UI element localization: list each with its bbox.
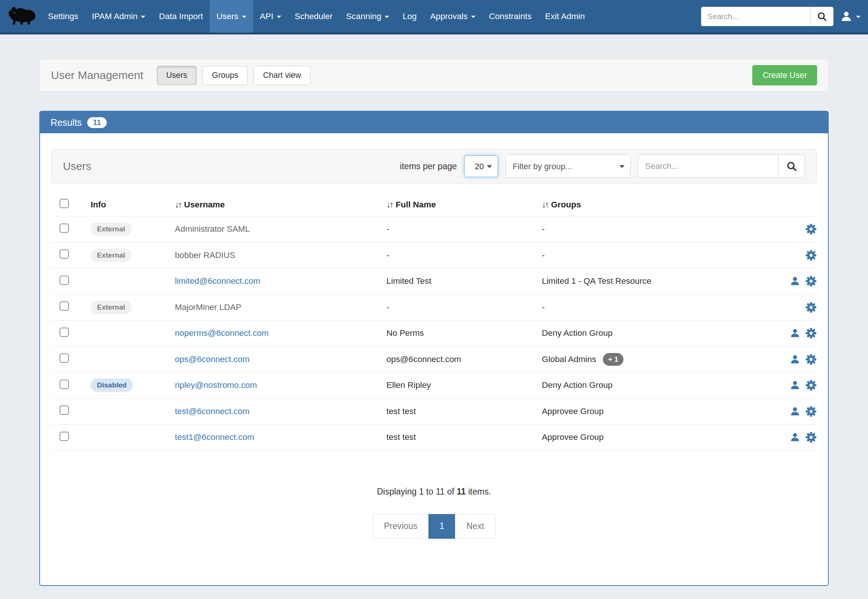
- row-checkbox[interactable]: [60, 249, 69, 259]
- chevron-down-icon: [277, 16, 281, 18]
- table-search-input[interactable]: [638, 155, 778, 178]
- table-row: External MajorMiner LDAP - -: [51, 295, 817, 321]
- nav-item-ipam-admin[interactable]: IPAM Admin: [85, 0, 152, 33]
- row-checkbox[interactable]: [60, 224, 69, 233]
- next-page-button[interactable]: Next: [455, 514, 495, 539]
- sort-icon: ↓↑: [386, 200, 393, 209]
- row-checkbox[interactable]: [60, 354, 69, 363]
- username-link[interactable]: ripley@nostromo.com: [175, 380, 257, 390]
- full-name-cell: No Perms: [386, 328, 542, 338]
- gear-icon: [805, 379, 817, 391]
- items-per-page-select[interactable]: 20: [464, 155, 498, 177]
- nav-item-scheduler[interactable]: Scheduler: [288, 0, 339, 33]
- user-profile-button[interactable]: [790, 406, 800, 417]
- account-menu[interactable]: [840, 11, 860, 23]
- gear-icon: [805, 328, 817, 339]
- username-link[interactable]: limited@6connect.com: [175, 276, 260, 286]
- row-checkbox[interactable]: [60, 301, 69, 311]
- page-header-panel: User Management Users Groups Chart view …: [39, 59, 829, 92]
- panda-logo[interactable]: [4, 0, 41, 33]
- user-icon: [790, 380, 800, 390]
- full-name-cell: Limited Test: [386, 276, 542, 286]
- groups-cell-text: Approvee Group: [542, 406, 604, 416]
- tab-users[interactable]: Users: [157, 66, 197, 85]
- user-settings-button[interactable]: [805, 379, 817, 391]
- table-row: test1@6connect.com test test Approvee Gr…: [51, 424, 817, 451]
- nav-item-data-import[interactable]: Data Import: [152, 0, 210, 33]
- filter-group-select[interactable]: Filter by group...: [506, 155, 631, 178]
- user-profile-button[interactable]: [790, 328, 800, 339]
- user-settings-button[interactable]: [805, 432, 817, 443]
- row-checkbox[interactable]: [60, 432, 69, 441]
- row-checkbox[interactable]: [60, 379, 69, 389]
- nav-item-label: Approvals: [430, 12, 468, 21]
- nav-item-label: Log: [402, 12, 417, 21]
- groups-cell-text: -: [542, 224, 545, 234]
- user-profile-button[interactable]: [790, 354, 800, 365]
- nav-item-label: Users: [217, 12, 238, 21]
- groups-cell-text: -: [542, 250, 545, 260]
- groups-extra-badge[interactable]: + 1: [603, 353, 624, 366]
- chevron-down-icon: [141, 16, 145, 18]
- username-link[interactable]: test1@6connect.com: [175, 432, 254, 442]
- create-user-button[interactable]: Create User: [752, 65, 817, 85]
- info-badge: Disabled: [90, 378, 133, 392]
- header-groups[interactable]: ↓↑Groups: [542, 200, 761, 210]
- nav-item-label: Scheduler: [295, 12, 333, 21]
- results-header: Results 11: [40, 111, 828, 133]
- nav-item-exit-admin[interactable]: Exit Admin: [538, 0, 592, 33]
- table-row: noperms@6connect.com No Perms Deny Actio…: [51, 321, 817, 347]
- groups-cell-text: Deny Action Group: [542, 380, 613, 390]
- user-settings-button[interactable]: [805, 275, 817, 287]
- navbar-search-input[interactable]: [701, 7, 810, 26]
- user-icon: [790, 328, 800, 339]
- groups-cell-text: Limited 1 - QA Test Resource: [542, 276, 651, 286]
- items-per-page-select-wrap: 20: [464, 155, 498, 177]
- sort-icon: ↓↑: [175, 200, 181, 209]
- nav-item-settings[interactable]: Settings: [41, 0, 85, 33]
- username-link[interactable]: test@6connect.com: [175, 406, 249, 416]
- username-link[interactable]: ops@6connect.com: [175, 355, 249, 364]
- user-settings-button[interactable]: [805, 302, 817, 313]
- header-info: Info: [90, 200, 175, 210]
- info-badge: External: [90, 223, 131, 236]
- tab-chart-view[interactable]: Chart view: [253, 66, 310, 85]
- username-link[interactable]: noperms@6connect.com: [175, 328, 268, 338]
- page-1-button[interactable]: 1: [428, 514, 456, 539]
- nav-item-log[interactable]: Log: [396, 0, 423, 33]
- user-profile-button[interactable]: [790, 380, 800, 390]
- user-settings-button[interactable]: [805, 250, 817, 261]
- username-link: MajorMiner LDAP: [175, 303, 241, 312]
- nav-item-approvals[interactable]: Approvals: [423, 0, 482, 33]
- nav-item-api[interactable]: API: [253, 0, 288, 33]
- results-count-badge: 11: [87, 117, 106, 128]
- table-search-button[interactable]: [778, 155, 805, 178]
- tab-groups[interactable]: Groups: [203, 66, 248, 85]
- search-icon: [786, 161, 797, 172]
- row-checkbox[interactable]: [60, 275, 69, 285]
- user-settings-button[interactable]: [805, 224, 817, 235]
- row-checkbox[interactable]: [60, 405, 69, 415]
- header-username[interactable]: ↓↑Username: [175, 200, 386, 210]
- navbar-search-button[interactable]: [810, 7, 833, 26]
- nav-item-scanning[interactable]: Scanning: [339, 0, 396, 33]
- previous-page-button[interactable]: Previous: [372, 514, 428, 539]
- gear-icon: [805, 406, 817, 417]
- user-settings-button[interactable]: [805, 354, 817, 365]
- user-profile-button[interactable]: [790, 432, 800, 442]
- pagination-summary: Displaying 1 to 11 of 11 items.: [40, 487, 828, 497]
- nav-item-label: Constraints: [489, 12, 532, 21]
- select-all-checkbox[interactable]: [60, 199, 69, 208]
- row-checkbox[interactable]: [60, 328, 69, 337]
- user-settings-button[interactable]: [805, 328, 817, 339]
- nav-item-constraints[interactable]: Constraints: [482, 0, 538, 33]
- user-settings-button[interactable]: [805, 406, 817, 417]
- header-full-name[interactable]: ↓↑Full Name: [386, 200, 542, 210]
- filter-group-select-wrap: Filter by group...: [506, 155, 631, 178]
- gear-icon: [805, 250, 817, 261]
- table-row: test@6connect.com test test Approvee Gro…: [51, 399, 817, 425]
- top-navbar: Settings IPAM Admin Data Import Users AP…: [0, 0, 868, 35]
- nav-item-users[interactable]: Users: [210, 0, 253, 33]
- table-row: limited@6connect.com Limited Test Limite…: [51, 268, 817, 295]
- user-profile-button[interactable]: [790, 276, 800, 286]
